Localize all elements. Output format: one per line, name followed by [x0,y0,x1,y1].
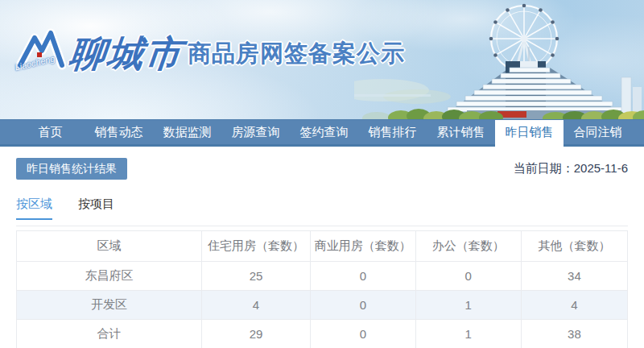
nav-item-data-monitor[interactable]: 数据监测 [153,120,221,144]
cell-value: 0 [311,291,416,320]
cell-value: 38 [521,320,627,348]
table-row: 东昌府区 25 0 0 34 [17,262,628,291]
current-date-value: 2025-11-6 [574,161,628,175]
nav-item-yesterday-sales[interactable]: 昨日销售 [495,120,564,147]
nav-item-contract-cancel[interactable]: 合同注销 [564,120,632,144]
toolbar: 昨日销售统计结果 当前日期：2025-11-6 [16,158,628,180]
page: Liaocheng 聊城市 商品房网签备案公示 首页 销售动态 数据监测 房源查… [0,0,644,348]
cell-region: 合计 [17,320,202,348]
cell-value: 1 [415,320,521,348]
cell-value: 1 [415,291,521,320]
table-header-row: 区域 住宅用房（套数） 商业用房（套数） 办公（套数） 其他（套数） [17,231,628,262]
sales-by-region-table: 区域 住宅用房（套数） 商业用房（套数） 办公（套数） 其他（套数） 东昌府区 … [16,230,628,348]
nav-item-sales-dynamics[interactable]: 销售动态 [85,120,153,144]
col-header-residential: 住宅用房（套数） [201,231,310,262]
view-tabs: 按区域 按项目 [16,197,628,220]
nav-item-home[interactable]: 首页 [16,120,85,144]
col-header-commercial: 商业用房（套数） [311,231,416,262]
tabs-divider [16,226,628,226]
nav-item-sales-ranking[interactable]: 销售排行 [358,120,427,144]
nav-item-contract-query[interactable]: 签约查询 [290,120,358,144]
yesterday-sales-stats-button[interactable]: 昨日销售统计结果 [16,158,127,180]
tab-by-project[interactable]: 按项目 [78,197,114,220]
cell-value: 0 [415,262,521,291]
brand: Liaocheng 聊城市 商品房网签备案公示 [14,27,405,76]
main-nav: 首页 销售动态 数据监测 房源查询 签约查询 销售排行 累计销售 昨日销售 合同… [0,119,644,147]
col-header-office: 办公（套数） [415,231,521,262]
current-date-label: 当前日期： [514,161,574,175]
city-name: 聊城市 [67,34,184,74]
cell-value: 0 [311,320,416,348]
site-title: 商品房网签备案公示 [188,38,405,70]
nav-item-listing-query[interactable]: 房源查询 [221,120,290,144]
table-row: 开发区 4 0 1 4 [17,291,628,320]
nav-item-total-sales[interactable]: 累计销售 [427,120,495,144]
current-date: 当前日期：2025-11-6 [514,161,628,176]
cell-value: 34 [521,262,627,291]
main-content: 昨日销售统计结果 当前日期：2025-11-6 按区域 按项目 区域 住宅用房（… [0,158,644,348]
cell-value: 0 [311,262,416,291]
cell-value: 29 [201,320,310,348]
cell-region: 开发区 [17,291,202,320]
tab-by-region[interactable]: 按区域 [16,197,52,220]
liaocheng-logo: Liaocheng [14,27,66,76]
cell-value: 4 [201,291,310,320]
terraced-building-icon [439,47,642,119]
table-row-total: 合计 29 0 1 38 [17,320,628,348]
col-header-other: 其他（套数） [521,231,627,262]
col-header-region: 区域 [17,231,202,262]
cell-value: 4 [521,291,627,320]
site-header: Liaocheng 聊城市 商品房网签备案公示 [0,0,644,119]
cell-region: 东昌府区 [17,262,202,291]
cell-value: 25 [201,262,310,291]
